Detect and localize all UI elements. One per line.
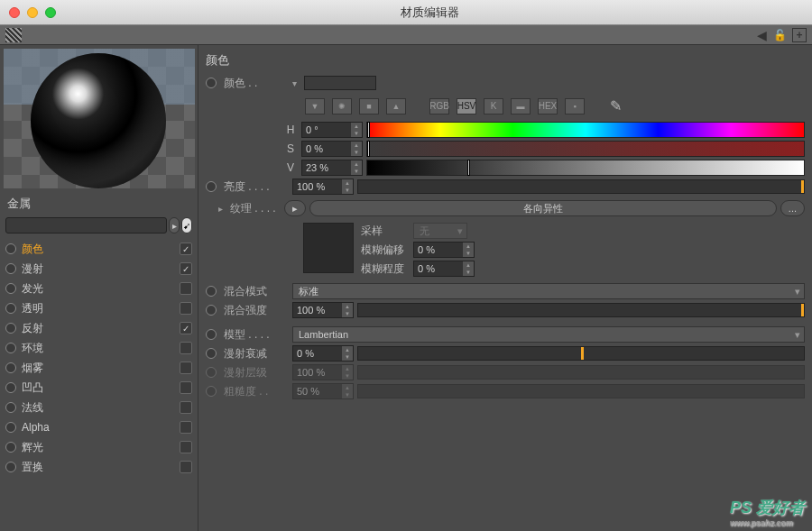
blend-strength-input[interactable] xyxy=(293,305,342,316)
channel-checkbox[interactable]: ✓ xyxy=(180,322,192,334)
hex-mode[interactable]: HEX xyxy=(538,98,558,114)
channel-radio[interactable] xyxy=(5,362,16,373)
rgb-mode[interactable]: RGB xyxy=(429,98,449,114)
square-icon[interactable]: ■ xyxy=(359,98,379,114)
channel-checkbox[interactable] xyxy=(180,381,192,394)
material-name[interactable]: 金属 xyxy=(0,192,198,215)
channel-radio[interactable] xyxy=(5,343,16,353)
channel-row[interactable]: 颜色 ✓ xyxy=(5,239,192,259)
channel-checkbox[interactable] xyxy=(180,282,192,295)
h-input[interactable] xyxy=(302,124,351,135)
channel-row[interactable]: Alpha xyxy=(5,417,192,437)
blend-mode-radio[interactable] xyxy=(206,286,217,297)
add-icon[interactable]: + xyxy=(792,28,807,42)
channel-label: 环境 xyxy=(22,341,174,356)
blend-strength-slider[interactable] xyxy=(357,303,805,317)
palette-icon[interactable]: ▪ xyxy=(565,98,585,114)
channel-row[interactable]: 发光 xyxy=(5,279,192,298)
sample-dropdown[interactable]: 无 xyxy=(413,223,467,239)
channel-row[interactable]: 反射 ✓ xyxy=(5,318,192,338)
channel-checkbox[interactable] xyxy=(180,302,192,315)
channel-radio[interactable] xyxy=(5,243,16,254)
channel-checkbox[interactable]: ✓ xyxy=(180,262,192,275)
v-input[interactable] xyxy=(302,162,351,173)
picker-mode-icon[interactable]: ▼ xyxy=(305,98,325,114)
model-radio[interactable] xyxy=(206,329,217,340)
channel-radio[interactable] xyxy=(5,402,16,413)
channel-row[interactable]: 辉光 xyxy=(5,437,192,457)
swatch-mode-icon[interactable]: ▬ xyxy=(511,98,531,114)
channel-radio[interactable] xyxy=(5,263,16,274)
texture-expand-icon[interactable]: ▸ xyxy=(206,204,226,214)
channel-checkbox[interactable] xyxy=(180,401,192,414)
channel-checkbox[interactable] xyxy=(180,421,192,434)
brightness-radio[interactable] xyxy=(206,181,217,192)
val-slider[interactable] xyxy=(366,160,805,176)
close-icon[interactable] xyxy=(9,7,20,18)
channel-row[interactable]: 烟雾 xyxy=(5,358,192,378)
model-dropdown[interactable]: Lambertian xyxy=(292,326,805,343)
diffuse-falloff-radio[interactable] xyxy=(206,348,217,359)
channel-radio[interactable] xyxy=(5,303,16,314)
channel-radio[interactable] xyxy=(5,422,16,433)
channel-row[interactable]: 环境 xyxy=(5,338,192,358)
maximize-icon[interactable] xyxy=(45,7,56,18)
blur-scale-spinner[interactable]: ▲▼ xyxy=(413,261,475,277)
lock-icon[interactable]: 🔓 xyxy=(772,28,787,42)
s-spinner[interactable]: ▲▼ xyxy=(301,141,363,157)
channel-row[interactable]: 漫射 ✓ xyxy=(5,259,192,279)
color-swatch[interactable] xyxy=(304,76,376,90)
blur-offset-spinner[interactable]: ▲▼ xyxy=(413,242,475,258)
brightness-spinner[interactable]: ▲▼ xyxy=(292,179,354,195)
h-spinner[interactable]: ▲▼ xyxy=(301,122,363,138)
brightness-input[interactable] xyxy=(293,181,342,192)
channel-checkbox[interactable]: ✓ xyxy=(180,243,192,255)
channel-checkbox[interactable] xyxy=(180,441,192,453)
anisotropy-button[interactable]: 各向异性 xyxy=(309,200,777,216)
channel-checkbox[interactable] xyxy=(180,362,192,374)
texture-preview[interactable] xyxy=(303,223,354,273)
v-label: V xyxy=(283,161,298,174)
k-mode[interactable]: K xyxy=(484,98,503,114)
diffuse-falloff-input[interactable] xyxy=(293,348,342,359)
material-preview[interactable] xyxy=(4,49,195,188)
channel-radio[interactable] xyxy=(5,442,16,453)
channel-label: 反射 xyxy=(22,321,174,336)
image-icon[interactable]: ▲ xyxy=(386,98,406,114)
channel-radio[interactable] xyxy=(5,323,16,334)
eyedropper-icon[interactable]: ✎ xyxy=(610,97,622,114)
channel-row[interactable]: 透明 xyxy=(5,298,192,318)
color-radio[interactable] xyxy=(206,78,217,88)
brightness-slider[interactable] xyxy=(357,179,805,194)
hsv-mode[interactable]: HSV xyxy=(457,98,476,114)
blend-mode-dropdown[interactable]: 标准 xyxy=(292,283,805,299)
diffuse-falloff-slider[interactable] xyxy=(357,346,805,361)
sat-slider[interactable] xyxy=(366,141,805,157)
channel-row[interactable]: 法线 xyxy=(5,398,192,417)
channel-checkbox[interactable] xyxy=(180,342,192,354)
channel-checkbox[interactable] xyxy=(180,461,192,473)
texture-play-button[interactable]: ▸ xyxy=(284,200,306,216)
wheel-icon[interactable]: ✺ xyxy=(332,98,352,114)
s-input[interactable] xyxy=(302,143,351,154)
material-search-input[interactable] xyxy=(5,217,167,233)
blur-scale-input[interactable] xyxy=(414,263,463,274)
channel-radio[interactable] xyxy=(5,382,16,393)
blur-offset-input[interactable] xyxy=(414,244,463,255)
channel-radio[interactable] xyxy=(5,462,16,472)
minimize-icon[interactable] xyxy=(27,7,38,18)
picker-button[interactable]: ➹ xyxy=(181,217,192,233)
channel-radio[interactable] xyxy=(5,283,16,294)
diffuse-falloff-spinner[interactable]: ▲▼ xyxy=(292,345,354,362)
color-expand-icon[interactable]: ▾ xyxy=(289,78,300,88)
texture-more-button[interactable]: ... xyxy=(780,200,805,216)
hue-slider[interactable] xyxy=(366,122,805,138)
blend-strength-spinner[interactable]: ▲▼ xyxy=(292,302,354,318)
checker-icon[interactable] xyxy=(5,28,22,42)
channel-row[interactable]: 凹凸 xyxy=(5,378,192,398)
search-go-button[interactable]: ▸ xyxy=(169,217,180,233)
back-arrow-icon[interactable]: ◀ xyxy=(757,28,767,42)
blend-strength-radio[interactable] xyxy=(206,305,217,316)
v-spinner[interactable]: ▲▼ xyxy=(301,160,363,176)
channel-row[interactable]: 置换 xyxy=(5,457,192,477)
